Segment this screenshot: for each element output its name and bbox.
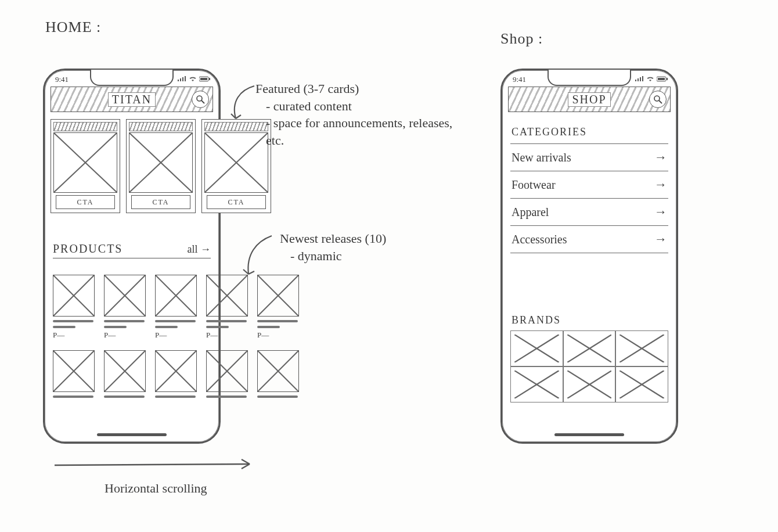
product-card[interactable] bbox=[257, 350, 298, 398]
product-price: P— bbox=[206, 330, 247, 340]
brand-tile[interactable] bbox=[615, 366, 668, 402]
categories-list: New arrivals → Footwear → Apparel → Acce… bbox=[510, 143, 668, 253]
annotation-horizontal-scrolling: Horizontal scrolling bbox=[105, 480, 207, 497]
annotation-newest-title: Newest releases (10) bbox=[280, 231, 386, 246]
product-card[interactable] bbox=[206, 350, 247, 398]
chevron-right-icon: → bbox=[654, 177, 667, 192]
placeholder-x-icon bbox=[567, 371, 612, 398]
product-card[interactable]: P— bbox=[155, 275, 196, 340]
products-all-link[interactable]: all → bbox=[188, 243, 211, 256]
status-time: 9:41 bbox=[55, 75, 69, 84]
card-cta-button[interactable]: CTA bbox=[131, 195, 190, 209]
wifi-icon bbox=[189, 76, 197, 82]
placeholder-x-icon bbox=[514, 335, 559, 362]
category-label: Apparel bbox=[512, 206, 549, 219]
placeholder-x-icon bbox=[619, 371, 664, 398]
product-card[interactable] bbox=[53, 350, 93, 398]
category-item-accessories[interactable]: Accessories → bbox=[510, 226, 668, 253]
phone-notch bbox=[548, 70, 631, 86]
placeholder-x-icon bbox=[514, 371, 559, 398]
product-thumb bbox=[53, 350, 95, 392]
svg-rect-34 bbox=[658, 78, 665, 80]
product-meta-placeholder bbox=[206, 326, 229, 328]
category-label: Footwear bbox=[512, 178, 556, 192]
search-icon bbox=[653, 95, 662, 104]
status-time: 9:41 bbox=[513, 75, 526, 84]
section-label-shop: Shop : bbox=[500, 30, 543, 48]
product-card[interactable]: P— bbox=[206, 275, 247, 340]
home-indicator bbox=[97, 433, 167, 436]
category-label: New arrivals bbox=[512, 151, 571, 164]
annotation-arrow-featured bbox=[219, 81, 260, 128]
featured-carousel[interactable]: CTA CTA CTA bbox=[51, 119, 254, 217]
annotation-featured-b2: - space for announcements, releases, etc… bbox=[266, 114, 464, 149]
app-header: SHOP bbox=[508, 87, 671, 112]
search-button[interactable] bbox=[649, 91, 667, 108]
app-title: TITAN bbox=[108, 92, 156, 107]
product-meta-placeholder bbox=[155, 326, 178, 328]
section-label-home: HOME : bbox=[45, 19, 101, 36]
brand-tile[interactable] bbox=[563, 330, 616, 366]
annotation-featured-title: Featured (3-7 cards) bbox=[255, 81, 359, 96]
product-thumb bbox=[206, 350, 248, 392]
annotation-newest: Newest releases (10) - dynamic bbox=[280, 230, 466, 264]
product-card[interactable]: P— bbox=[104, 275, 145, 340]
phone-shop: 9:41 SHOP CATEGORIES New arrivals → Foot… bbox=[500, 69, 678, 444]
annotation-featured: Featured (3-7 cards) - curated content -… bbox=[255, 80, 464, 149]
annotation-featured-b1: - curated content bbox=[266, 98, 464, 115]
product-card[interactable] bbox=[155, 350, 196, 398]
battery-icon bbox=[199, 76, 211, 82]
product-price: P— bbox=[155, 330, 196, 340]
product-card[interactable] bbox=[104, 350, 145, 398]
card-cta-button[interactable]: CTA bbox=[207, 195, 266, 209]
annotation-newest-b1: - dynamic bbox=[290, 247, 466, 265]
products-grid[interactable]: P— P— P— P— bbox=[53, 275, 332, 398]
brands-grid bbox=[510, 330, 668, 402]
product-thumb bbox=[53, 275, 95, 317]
svg-line-36 bbox=[659, 100, 662, 103]
placeholder-x-icon bbox=[567, 335, 612, 362]
card-tag bbox=[129, 122, 193, 131]
wifi-icon bbox=[646, 76, 654, 82]
product-thumb bbox=[155, 275, 197, 317]
product-name-placeholder bbox=[206, 320, 247, 322]
product-name-placeholder bbox=[155, 396, 196, 398]
svg-point-35 bbox=[654, 96, 660, 101]
chevron-right-icon: → bbox=[654, 232, 667, 247]
brand-tile[interactable] bbox=[510, 330, 563, 366]
brand-tile[interactable] bbox=[615, 330, 668, 366]
annotation-arrow-newest bbox=[230, 231, 276, 283]
card-cta-button[interactable]: CTA bbox=[56, 195, 115, 209]
products-heading: PRODUCTS bbox=[53, 242, 123, 256]
product-card[interactable]: P— bbox=[53, 275, 93, 340]
category-item-new-arrivals[interactable]: New arrivals → bbox=[510, 143, 668, 171]
product-name-placeholder bbox=[257, 396, 298, 398]
phone-home: 9:41 TITAN bbox=[43, 69, 221, 444]
chevron-right-icon: → bbox=[654, 150, 667, 165]
horizontal-scroll-arrow-icon bbox=[52, 456, 261, 474]
app-title: SHOP bbox=[568, 92, 610, 107]
category-item-apparel[interactable]: Apparel → bbox=[510, 199, 668, 226]
signal-icon bbox=[177, 76, 186, 82]
product-name-placeholder bbox=[257, 320, 298, 322]
svg-rect-33 bbox=[667, 78, 668, 80]
app-header: TITAN bbox=[51, 87, 213, 112]
brand-tile[interactable] bbox=[563, 366, 616, 402]
product-price: P— bbox=[53, 330, 93, 340]
product-card[interactable]: P— bbox=[257, 275, 298, 340]
svg-rect-1 bbox=[209, 78, 210, 80]
featured-card[interactable]: CTA bbox=[51, 119, 120, 213]
featured-card[interactable]: CTA bbox=[126, 119, 196, 213]
product-name-placeholder bbox=[155, 320, 196, 322]
product-meta-placeholder bbox=[53, 326, 75, 328]
category-item-footwear[interactable]: Footwear → bbox=[510, 171, 668, 199]
card-tag bbox=[53, 122, 117, 131]
product-name-placeholder bbox=[206, 396, 247, 398]
product-name-placeholder bbox=[104, 320, 145, 322]
brand-tile[interactable] bbox=[510, 366, 563, 402]
card-image-placeholder bbox=[129, 132, 193, 193]
search-button[interactable] bbox=[192, 91, 209, 108]
product-thumb bbox=[104, 275, 146, 317]
placeholder-x-icon bbox=[619, 335, 664, 362]
svg-rect-2 bbox=[200, 78, 207, 80]
